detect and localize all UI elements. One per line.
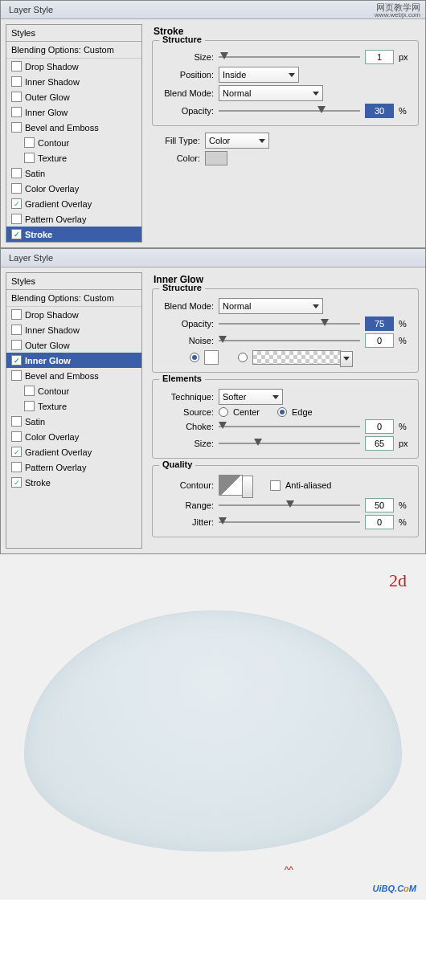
color-swatch[interactable]	[205, 151, 227, 165]
style-checkbox[interactable]	[11, 214, 22, 224]
style-checkbox[interactable]	[11, 309, 22, 320]
style-checkbox[interactable]	[11, 325, 22, 335]
anti-aliased-checkbox[interactable]	[270, 480, 281, 491]
noise-input[interactable]	[365, 333, 394, 348]
result-shape	[24, 610, 402, 851]
styles-list: Styles Blending Options: Custom Drop Sha…	[6, 272, 142, 549]
style-item-outer-glow[interactable]: Outer Glow	[6, 337, 141, 353]
size-slider[interactable]	[219, 436, 360, 451]
noise-slider[interactable]	[219, 333, 360, 348]
step-label: 2d	[389, 570, 407, 591]
style-checkbox[interactable]	[11, 107, 22, 117]
style-item-drop-shadow[interactable]: Drop Shadow	[6, 307, 141, 322]
gradient-radio[interactable]	[238, 353, 248, 362]
noise-label: Noise:	[158, 336, 214, 345]
opacity-slider[interactable]	[219, 316, 360, 331]
style-item-drop-shadow[interactable]: Drop Shadow	[6, 59, 141, 74]
choke-input[interactable]	[365, 419, 394, 434]
blend-mode-dropdown[interactable]: Normal	[219, 85, 323, 101]
style-item-label: Texture	[38, 153, 67, 163]
style-item-inner-glow[interactable]: Inner Glow	[6, 104, 141, 120]
style-item-label: Satin	[25, 169, 45, 178]
style-item-label: Bevel and Emboss	[25, 371, 99, 381]
style-item-gradient-overlay[interactable]: Gradient Overlay	[6, 444, 141, 459]
glow-color-swatch[interactable]	[204, 350, 219, 365]
style-item-label: Drop Shadow	[25, 62, 79, 71]
style-item-contour[interactable]: Contour	[6, 135, 141, 150]
source-center-radio[interactable]	[219, 407, 228, 417]
style-checkbox[interactable]	[11, 477, 22, 488]
style-item-pattern-overlay[interactable]: Pattern Overlay	[6, 211, 141, 227]
style-item-pattern-overlay[interactable]: Pattern Overlay	[6, 459, 141, 475]
structure-group: Structure Size: px Position: Inside Blen…	[152, 40, 419, 126]
opacity-input[interactable]	[365, 104, 394, 118]
range-slider[interactable]	[219, 498, 360, 512]
style-item-outer-glow[interactable]: Outer Glow	[6, 89, 141, 104]
opacity-slider[interactable]	[219, 104, 360, 118]
layer-style-panel-inner-glow: Layer Style Styles Blending Options: Cus…	[0, 248, 426, 554]
style-item-label: Stroke	[25, 478, 51, 488]
gradient-picker[interactable]	[252, 350, 341, 365]
style-item-satin[interactable]: Satin	[6, 165, 141, 181]
position-dropdown[interactable]: Inside	[219, 67, 299, 83]
fill-type-dropdown[interactable]: Color	[205, 133, 269, 149]
style-item-stroke[interactable]: Stroke	[6, 227, 141, 242]
source-edge-radio[interactable]	[277, 407, 287, 417]
style-item-color-overlay[interactable]: Color Overlay	[6, 181, 141, 196]
style-item-bevel-and-emboss[interactable]: Bevel and Emboss	[6, 120, 141, 135]
style-checkbox[interactable]	[11, 92, 22, 102]
style-item-gradient-overlay[interactable]: Gradient Overlay	[6, 196, 141, 211]
jitter-input[interactable]	[365, 515, 394, 529]
contour-picker[interactable]	[219, 475, 243, 496]
style-checkbox[interactable]	[11, 370, 22, 381]
style-checkbox[interactable]	[11, 416, 22, 427]
style-checkbox[interactable]	[24, 401, 35, 411]
style-item-texture[interactable]: Texture	[6, 398, 141, 414]
style-checkbox[interactable]	[11, 183, 22, 194]
style-checkbox[interactable]	[11, 61, 22, 71]
blend-mode-label: Blend Mode:	[158, 88, 214, 98]
style-checkbox[interactable]	[11, 462, 22, 472]
blending-options[interactable]: Blending Options: Custom	[6, 42, 141, 59]
style-checkbox[interactable]	[11, 340, 22, 350]
style-checkbox[interactable]	[11, 355, 22, 365]
source-label: Source:	[158, 407, 214, 417]
style-item-color-overlay[interactable]: Color Overlay	[6, 429, 141, 444]
style-checkbox[interactable]	[11, 198, 22, 209]
style-item-label: Inner Glow	[25, 356, 71, 365]
style-item-contour[interactable]: Contour	[6, 383, 141, 398]
style-item-inner-shadow[interactable]: Inner Shadow	[6, 322, 141, 337]
size-input[interactable]	[365, 50, 394, 64]
style-item-inner-shadow[interactable]: Inner Shadow	[6, 74, 141, 89]
window-title: Layer Style	[1, 249, 425, 267]
technique-dropdown[interactable]: Softer	[219, 389, 283, 405]
technique-label: Technique:	[158, 392, 214, 402]
blending-options[interactable]: Blending Options: Custom	[6, 290, 141, 307]
style-checkbox[interactable]	[11, 229, 22, 239]
jitter-slider[interactable]	[219, 515, 360, 529]
style-checkbox[interactable]	[11, 122, 22, 133]
choke-slider[interactable]	[219, 419, 360, 434]
styles-header[interactable]: Styles	[6, 273, 141, 290]
style-checkbox[interactable]	[24, 153, 35, 163]
style-item-bevel-and-emboss[interactable]: Bevel and Emboss	[6, 368, 141, 383]
annotation-arrows: ^^	[285, 864, 293, 876]
style-checkbox[interactable]	[11, 431, 22, 442]
style-item-texture[interactable]: Texture	[6, 150, 141, 165]
size-input[interactable]	[365, 436, 394, 451]
style-item-satin[interactable]: Satin	[6, 414, 141, 429]
range-input[interactable]	[365, 498, 394, 512]
size-slider[interactable]	[219, 50, 360, 64]
style-item-stroke[interactable]: Stroke	[6, 475, 141, 490]
style-checkbox[interactable]	[24, 386, 35, 396]
opacity-input[interactable]	[365, 316, 394, 331]
style-checkbox[interactable]	[11, 168, 22, 178]
styles-header[interactable]: Styles	[6, 25, 141, 42]
blend-mode-dropdown[interactable]: Normal	[219, 298, 323, 314]
style-checkbox[interactable]	[11, 447, 22, 457]
opacity-label: Opacity:	[158, 319, 214, 329]
style-checkbox[interactable]	[11, 76, 22, 87]
color-radio[interactable]	[190, 353, 199, 362]
style-item-inner-glow[interactable]: Inner Glow	[6, 353, 141, 368]
style-checkbox[interactable]	[24, 137, 35, 148]
